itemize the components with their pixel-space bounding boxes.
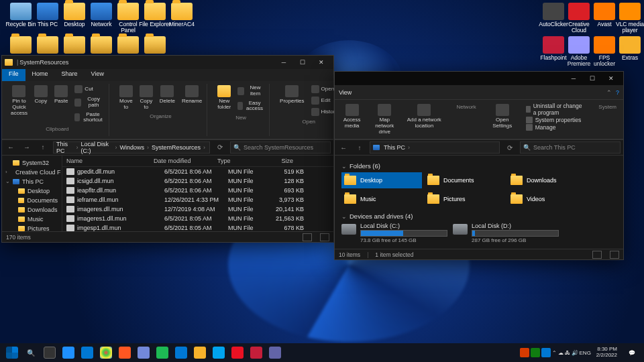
easy-access-button[interactable]: Easy access <box>235 99 266 114</box>
taskbar-app[interactable] <box>191 345 209 361</box>
folder-item[interactable]: Downloads <box>508 172 588 188</box>
paste-shortcut-button[interactable]: Paste shortcut <box>72 111 105 125</box>
crumb[interactable]: Windows <box>119 144 144 151</box>
tree-node[interactable]: Desktop <box>3 186 60 196</box>
copy-button[interactable]: Copy <box>32 84 50 106</box>
column-headers[interactable]: Name Date modified Type Size <box>62 156 333 167</box>
tray-icon[interactable] <box>541 348 551 357</box>
language-indicator[interactable]: ENG <box>580 350 591 356</box>
tree-node[interactable]: Documents <box>3 196 60 205</box>
tab-view[interactable]: View <box>339 89 352 96</box>
map-drive-button[interactable]: Map network drive <box>368 103 401 136</box>
new-folder-button[interactable]: New folder <box>215 84 233 112</box>
view-details-button[interactable] <box>303 233 312 241</box>
refresh-button[interactable]: ⟳ <box>214 143 226 151</box>
notifications-button[interactable]: 💬 <box>623 345 641 361</box>
delete-button[interactable]: Delete <box>158 84 177 106</box>
taskbar-app[interactable] <box>97 345 115 361</box>
desktop-icon[interactable] <box>138 36 172 55</box>
taskbar-app[interactable] <box>247 345 266 361</box>
taskbar-app[interactable] <box>228 345 247 361</box>
tree-node[interactable]: Pictures <box>3 224 60 231</box>
refresh-button[interactable]: ⟳ <box>504 144 516 152</box>
crumb[interactable]: SystemResources <box>152 144 201 151</box>
folder-item[interactable]: Music <box>341 191 422 207</box>
search-input[interactable]: 🔍Search SystemResources <box>230 141 331 154</box>
folder-item[interactable]: Desktop <box>341 172 422 188</box>
tab-share[interactable]: Share <box>55 69 85 81</box>
minimize-button[interactable]: ─ <box>274 56 293 68</box>
taskbar-app[interactable] <box>78 345 97 361</box>
file-row[interactable]: imgesp1.dll.mun6/5/2021 8:05 AMMUN File6… <box>62 223 333 231</box>
move-to-button[interactable]: Move to <box>117 84 135 112</box>
tab-view[interactable]: View <box>85 69 111 81</box>
tab-home[interactable]: Home <box>25 69 55 81</box>
file-row[interactable]: imageres.dll.mun12/7/2019 4:08 AMMUN Fil… <box>62 204 333 214</box>
crumb[interactable]: This PC <box>56 141 73 154</box>
pin-button[interactable]: Pin to Quick access <box>9 84 30 117</box>
tree-node[interactable]: Music <box>3 215 60 224</box>
cut-button[interactable]: Cut <box>72 84 105 95</box>
rename-button[interactable]: Rename <box>180 84 204 106</box>
uninstall-button[interactable]: Uninstall or change a program <box>526 103 587 116</box>
taskbar-app[interactable] <box>209 345 228 361</box>
system-tray[interactable]: ⌃ ☁ 🖧 🔊 ENG 8:30 PM 2/2/2022 💬 <box>520 345 641 361</box>
desktop-icon[interactable]: Extras <box>613 36 644 61</box>
file-row[interactable]: icsigd.dll.mun6/5/2021 8:06 AMMUN File12… <box>62 176 333 186</box>
file-list[interactable]: Name Date modified Type Size gpedit.dll.… <box>62 156 333 231</box>
onedrive-icon[interactable]: ☁ <box>558 350 564 356</box>
breadcrumb[interactable]: This PC› <box>370 141 500 154</box>
file-row[interactable]: ieapfltr.dll.mun6/5/2021 8:06 AMMUN File… <box>62 186 333 195</box>
folder-item[interactable]: Documents <box>425 172 505 188</box>
close-button[interactable]: ✕ <box>602 72 621 84</box>
minimize-button[interactable]: ─ <box>564 72 583 84</box>
collapse-ribbon-button[interactable]: ⌃ <box>606 89 612 96</box>
search-button[interactable]: 🔍 <box>21 345 40 361</box>
desktop-icon[interactable]: MinerAC4 <box>165 3 199 27</box>
tree-node[interactable]: Downloads <box>3 205 60 215</box>
copy-to-button[interactable]: Copy to <box>138 84 155 112</box>
access-media-button[interactable]: Access media <box>339 103 365 131</box>
taskbar-app[interactable] <box>134 345 153 361</box>
maximize-button[interactable]: ☐ <box>293 56 312 68</box>
taskbar-app[interactable] <box>172 345 191 361</box>
view-large-button[interactable] <box>320 233 329 241</box>
breadcrumb[interactable]: This PC›Local Disk (C:)›Windows›SystemRe… <box>53 141 210 154</box>
taskbar-app[interactable] <box>59 345 78 361</box>
start-button[interactable] <box>3 345 21 361</box>
new-item-button[interactable]: New item <box>235 84 266 99</box>
search-input[interactable]: 🔍Search This PC <box>520 141 621 154</box>
folder-item[interactable]: Videos <box>508 191 588 207</box>
tree-node[interactable]: › Creative Cloud F <box>3 168 60 177</box>
file-row[interactable]: ieframe.dll.mun12/26/2021 4:33 PMMUN Fil… <box>62 195 333 204</box>
add-network-button[interactable]: Add a network location <box>404 103 444 131</box>
titlebar[interactable]: ─ ☐ ✕ <box>335 72 623 85</box>
file-row[interactable]: imageres1.dll.mun6/5/2021 8:05 AMMUN Fil… <box>62 214 333 223</box>
paste-button[interactable]: Paste <box>52 84 70 106</box>
tray-icon[interactable] <box>520 348 529 357</box>
tray-chevron[interactable]: ⌃ <box>552 350 557 356</box>
copy-path-button[interactable]: Copy path <box>72 95 105 110</box>
tab-file[interactable]: File <box>2 69 25 81</box>
tray-icon[interactable] <box>531 348 540 357</box>
explorer-window-thispc[interactable]: ─ ☐ ✕ View ⌃ ? Access media Map network … <box>334 71 624 260</box>
view-large-button[interactable] <box>610 251 619 259</box>
view-details-button[interactable] <box>592 251 602 259</box>
crumb[interactable]: Local Disk (C:) <box>80 141 112 154</box>
titlebar[interactable]: | SystemResources ─ ☐ ✕ <box>2 56 333 69</box>
back-button[interactable]: ← <box>337 141 350 154</box>
clock[interactable]: 8:30 PM 2/2/2022 <box>592 347 621 359</box>
tree-node[interactable]: System32 <box>3 158 60 168</box>
open-settings-button[interactable]: Open Settings <box>488 103 517 136</box>
help-button[interactable]: ? <box>616 89 619 96</box>
folder-item[interactable]: Pictures <box>425 191 505 207</box>
maximize-button[interactable]: ☐ <box>583 72 602 84</box>
taskbar-app[interactable] <box>266 345 284 361</box>
system-props-button[interactable]: System properties <box>526 117 587 123</box>
close-button[interactable]: ✕ <box>312 56 331 68</box>
explorer-window-systemresources[interactable]: | SystemResources ─ ☐ ✕ File Home Share … <box>1 55 334 243</box>
expand-icon[interactable]: ⌄ <box>5 178 10 184</box>
task-view-button[interactable] <box>40 345 59 361</box>
drive-item[interactable]: Local Disk (C:) 73.8 GB free of 145 GB <box>341 223 447 247</box>
volume-icon[interactable]: 🔊 <box>572 350 578 356</box>
